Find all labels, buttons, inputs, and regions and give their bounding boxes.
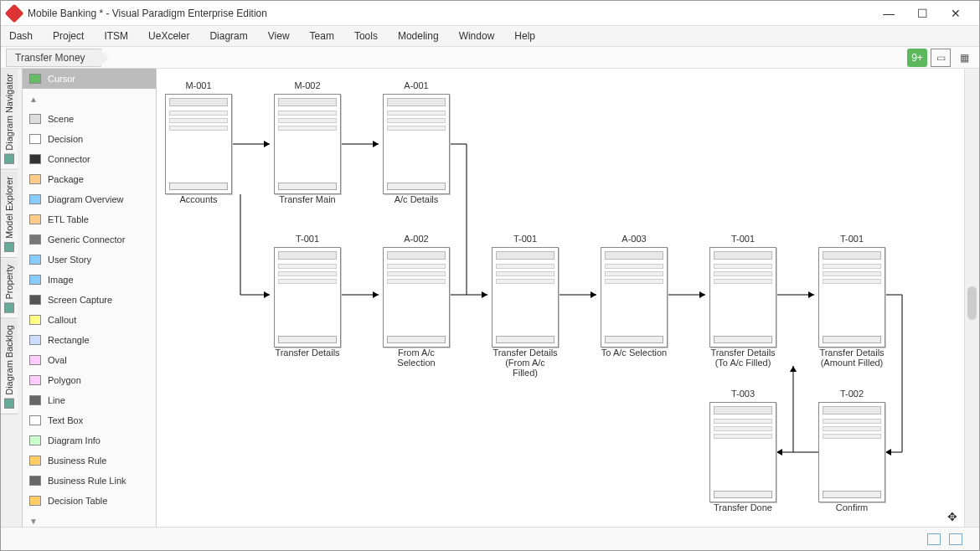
connector[interactable] — [341, 291, 379, 298]
palette-icon — [29, 335, 41, 345]
palette-decision[interactable]: Decision — [23, 129, 156, 149]
app-logo-icon — [5, 3, 24, 23]
menu-itsm[interactable]: ITSM — [104, 30, 128, 42]
diagram-canvas[interactable]: M-001AccountsM-002Transfer MainA-001A/c … — [157, 69, 964, 527]
comment-badge-icon[interactable]: 9+ — [907, 49, 927, 67]
connector[interactable] — [450, 144, 467, 295]
palette-user-story[interactable]: User Story — [23, 250, 156, 270]
palette-item-label: Screen Capture — [48, 295, 112, 305]
palette-callout[interactable]: Callout — [23, 310, 156, 330]
palette-icon — [29, 295, 41, 305]
palette-connector[interactable]: Connector — [23, 149, 156, 169]
palette-icon — [29, 456, 41, 466]
node-acDetails[interactable]: A-001A/c Details — [383, 80, 450, 204]
palette-item-label: Diagram Info — [48, 435, 101, 445]
node-caption: Transfer Details (To A/c Filled) — [709, 348, 776, 368]
svg-marker-9 — [776, 449, 782, 456]
layout-icon[interactable]: ▭ — [931, 49, 951, 67]
sidetab-property[interactable]: Property — [1, 260, 18, 319]
vertical-scrollbar[interactable] — [964, 69, 979, 527]
menu-team[interactable]: Team — [310, 30, 334, 42]
node-caption: Transfer Done — [709, 502, 776, 512]
node-id: T-001 — [274, 234, 341, 247]
node-toAcSel[interactable]: A-003To A/c Selection — [601, 234, 668, 358]
menu-diagram[interactable]: Diagram — [209, 30, 247, 42]
node-tdFromFilled[interactable]: T-001Transfer Details (From A/c Filled) — [492, 234, 559, 378]
node-confirm[interactable]: T-002Confirm — [818, 389, 885, 512]
palette-package[interactable]: Package — [23, 169, 156, 189]
note-icon[interactable] — [949, 533, 962, 545]
sidetab-diagram-navigator[interactable]: Diagram Navigator — [1, 69, 18, 170]
navigator-icon — [4, 154, 14, 164]
connector[interactable] — [790, 366, 797, 452]
palette-rectangle[interactable]: Rectangle — [23, 330, 156, 350]
palette-icon — [29, 496, 41, 506]
palette-text-box[interactable]: Text Box — [23, 410, 156, 430]
grid-icon[interactable]: ▦ — [954, 49, 974, 67]
node-transferMain[interactable]: M-002Transfer Main — [274, 80, 341, 204]
palette-icon — [29, 214, 41, 224]
palette-diagram-info[interactable]: Diagram Info — [23, 430, 156, 451]
node-id: T-001 — [492, 234, 559, 247]
node-accounts[interactable]: M-001Accounts — [165, 80, 232, 204]
palette-image[interactable]: Image — [23, 270, 156, 290]
connector[interactable] — [776, 449, 818, 456]
connector[interactable] — [559, 291, 596, 298]
menu-dash[interactable]: Dash — [9, 30, 33, 42]
palette-cursor[interactable]: Cursor — [23, 69, 156, 89]
connector[interactable] — [776, 291, 814, 298]
node-tdAmount[interactable]: T-001Transfer Details (Amount Filled) — [818, 234, 885, 368]
maximize-button[interactable]: ☐ — [905, 2, 939, 25]
node-transferDone[interactable]: T-003Transfer Done — [709, 389, 776, 512]
palette-item-label: Package — [48, 174, 84, 184]
palette-business-rule[interactable]: Business Rule — [23, 451, 156, 471]
palette-screen-capture[interactable]: Screen Capture — [23, 290, 156, 310]
menu-window[interactable]: Window — [459, 30, 495, 42]
menu-bar: Dash Project ITSM UeXceler Diagram View … — [1, 26, 979, 47]
mail-icon[interactable] — [927, 533, 941, 545]
scrollbar-thumb[interactable] — [967, 286, 977, 320]
palette-item-label: Line — [48, 395, 65, 405]
menu-uexceler[interactable]: UeXceler — [148, 30, 189, 42]
connector[interactable] — [885, 295, 902, 456]
connector[interactable] — [240, 194, 270, 298]
palette-icon — [29, 194, 41, 204]
sidetab-diagram-backlog[interactable]: Diagram Backlog — [1, 320, 18, 415]
breadcrumb[interactable]: Transfer Money — [6, 49, 101, 67]
node-id: T-003 — [709, 389, 776, 402]
palette-diagram-overview[interactable]: Diagram Overview — [23, 189, 156, 209]
node-fromAcSel[interactable]: A-002From A/c Selection — [383, 234, 450, 368]
palette-polygon[interactable]: Polygon — [23, 370, 156, 390]
menu-project[interactable]: Project — [53, 30, 84, 42]
connector[interactable] — [450, 291, 487, 298]
palette-generic-connector[interactable]: Generic Connector — [23, 229, 156, 250]
menu-tools[interactable]: Tools — [354, 30, 378, 42]
connector[interactable] — [232, 141, 270, 147]
palette-icon — [29, 275, 41, 285]
palette-item-label: Text Box — [48, 415, 83, 425]
palette-icon — [29, 415, 41, 425]
palette-decision-table[interactable]: Decision Table — [23, 491, 156, 511]
palette-business-rule-link[interactable]: Business Rule Link — [23, 471, 156, 491]
move-cursor-icon: ✥ — [947, 510, 961, 523]
palette-panel: Cursor▲SceneDecisionConnectorPackageDiag… — [23, 69, 157, 550]
node-transferDetails[interactable]: T-001Transfer Details — [274, 234, 341, 358]
minimize-button[interactable]: — — [872, 2, 905, 25]
connector[interactable] — [668, 291, 705, 298]
palette-icon — [29, 114, 41, 124]
menu-modeling[interactable]: Modeling — [398, 30, 439, 42]
palette-etl-table[interactable]: ETL Table — [23, 209, 156, 229]
close-button[interactable]: ✕ — [939, 2, 972, 25]
sidetab-model-explorer[interactable]: Model Explorer — [1, 172, 18, 258]
window-title: Mobile Banking * - Visual Paradigm Enter… — [28, 8, 872, 19]
menu-view[interactable]: View — [268, 30, 290, 42]
palette-oval[interactable]: Oval — [23, 350, 156, 370]
connector[interactable] — [341, 141, 379, 147]
palette-item-label: Connector — [48, 154, 90, 164]
palette-scene[interactable]: Scene — [23, 109, 156, 129]
menu-help[interactable]: Help — [514, 30, 535, 42]
palette-icon — [29, 255, 41, 265]
palette-collapse-up[interactable]: ▲ — [23, 89, 156, 109]
palette-line[interactable]: Line — [23, 390, 156, 410]
node-tdToFilled[interactable]: T-001Transfer Details (To A/c Filled) — [709, 234, 776, 368]
